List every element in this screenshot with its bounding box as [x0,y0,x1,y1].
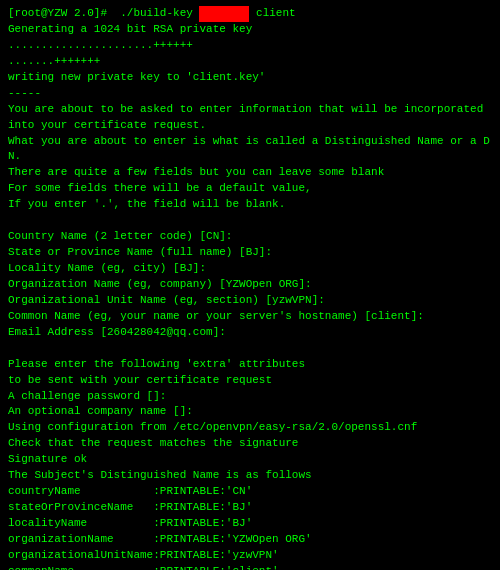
terminal-line: localityName :PRINTABLE:'BJ' [8,516,492,532]
terminal-line: ......................++++++ [8,38,492,54]
terminal-line: Common Name (eg, your name or your serve… [8,309,492,325]
terminal-line: commonName :PRINTABLE:'client' [8,564,492,570]
prompt: [root@YZW 2.0]# ./build-key [8,7,199,19]
terminal-line: into your certificate request. [8,118,492,134]
terminal-line: State or Province Name (full name) [BJ]: [8,245,492,261]
terminal-line: Signature ok [8,452,492,468]
terminal-line: .......+++++++ [8,54,492,70]
terminal-line: [root@YZW 2.0]# ./build-key client [8,6,492,22]
command-suffix: client [249,7,295,19]
terminal-line: ----- [8,86,492,102]
terminal-line: Check that the request matches the signa… [8,436,492,452]
terminal-line: Locality Name (eg, city) [BJ]: [8,261,492,277]
terminal-line: There are quite a few fields but you can… [8,165,492,181]
terminal-line: An optional company name []: [8,404,492,420]
terminal-line: stateOrProvinceName :PRINTABLE:'BJ' [8,500,492,516]
terminal-line: Using configuration from /etc/openvpn/ea… [8,420,492,436]
terminal-line: For some fields there will be a default … [8,181,492,197]
terminal-line: organizationalUnitName:PRINTABLE:'yzwVPN… [8,548,492,564]
terminal-window: [root@YZW 2.0]# ./build-key client Gener… [0,0,500,570]
terminal-line: to be sent with your certificate request [8,373,492,389]
terminal-line: Country Name (2 letter code) [CN]: [8,229,492,245]
terminal-line: You are about to be asked to enter infor… [8,102,492,118]
terminal-line: Organization Name (eg, company) [YZWOpen… [8,277,492,293]
terminal-line: The Subject's Distinguished Name is as f… [8,468,492,484]
terminal-line [8,341,492,357]
terminal-line [8,213,492,229]
terminal-line: Generating a 1024 bit RSA private key [8,22,492,38]
terminal-line: writing new private key to 'client.key' [8,70,492,86]
terminal-line: Organizational Unit Name (eg, section) [… [8,293,492,309]
terminal-line: Email Address [260428042@qq.com]: [8,325,492,341]
terminal-line: countryName :PRINTABLE:'CN' [8,484,492,500]
terminal-line: Please enter the following 'extra' attri… [8,357,492,373]
terminal-line: If you enter '.', the field will be blan… [8,197,492,213]
terminal-line: What you are about to enter is what is c… [8,134,492,166]
terminal-line: organizationName :PRINTABLE:'YZWOpen ORG… [8,532,492,548]
terminal-line: A challenge password []: [8,389,492,405]
redacted-text [199,6,249,22]
